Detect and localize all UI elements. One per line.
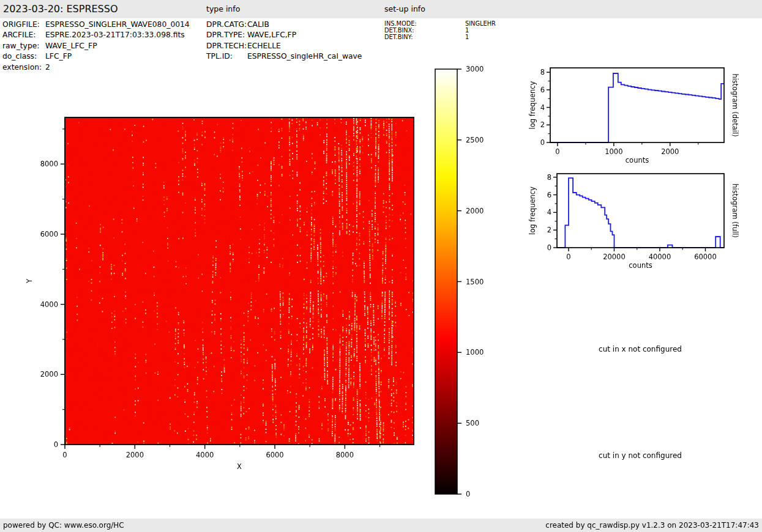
type-info-heading: type info xyxy=(206,0,240,18)
footer-credit-left: powered by QC: www.eso.org/HC xyxy=(3,519,124,532)
svg-text:1000: 1000 xyxy=(605,147,622,156)
insmode-label: INS.MODE: xyxy=(384,20,465,27)
svg-text:histogram (detail): histogram (detail) xyxy=(731,73,739,136)
svg-text:2: 2 xyxy=(547,226,551,234)
svg-text:6000: 6000 xyxy=(40,230,58,238)
tplid-value: ESPRESSO_singleHR_cal_wave xyxy=(247,52,362,61)
footer-credit-right: created by qc_rawdisp.py v1.2.3 on 2023-… xyxy=(545,519,759,532)
insmode-value: SINGLEHR xyxy=(465,20,496,27)
svg-text:6: 6 xyxy=(547,191,551,199)
svg-text:0: 0 xyxy=(547,243,551,252)
extension-label: extension: xyxy=(2,62,45,73)
cut-x-message: cut in x not configured xyxy=(599,345,682,353)
setup-info-row-detbiny: DET.BINY:1 xyxy=(384,34,496,40)
svg-text:0: 0 xyxy=(540,138,545,147)
svg-text:500: 500 xyxy=(466,419,479,427)
svg-text:histogram (full): histogram (full) xyxy=(731,183,739,238)
footer-bar: powered by QC: www.eso.org/HC created by… xyxy=(0,519,762,532)
type-info-row-dprtype: DPR.TYPE:WAVE,LFC,FP xyxy=(206,30,362,40)
doclass-label: do_class: xyxy=(2,51,45,62)
origfile-value: ESPRESSO_SINGLEHR_WAVE080_0014 xyxy=(45,20,190,29)
svg-text:counts: counts xyxy=(626,156,649,164)
svg-text:4000: 4000 xyxy=(40,300,58,309)
page-title: 2023-03-20: ESPRESSO xyxy=(3,0,118,18)
svg-text:2000: 2000 xyxy=(40,370,58,379)
svg-text:4: 4 xyxy=(547,208,551,216)
svg-text:8: 8 xyxy=(547,173,551,182)
svg-text:1500: 1500 xyxy=(466,278,484,286)
dprtech-label: DPR.TECH: xyxy=(206,41,247,51)
dprtech-value: ECHELLE xyxy=(247,42,281,50)
svg-text:log frequency: log frequency xyxy=(528,81,537,129)
svg-text:20000: 20000 xyxy=(603,253,626,261)
rawtype-label: raw_type: xyxy=(2,41,45,51)
file-info-row-arcfile: ARCFILE:ESPRE.2023-03-21T17:03:33.098.fi… xyxy=(2,30,190,40)
svg-text:0: 0 xyxy=(54,440,58,449)
svg-text:60000: 60000 xyxy=(694,253,717,261)
raw-detector-image xyxy=(65,117,414,445)
svg-text:log frequency: log frequency xyxy=(528,187,537,235)
svg-text:8000: 8000 xyxy=(40,160,58,168)
file-info-row-rawtype: raw_type:WAVE_LFC_FP xyxy=(2,41,190,51)
svg-text:1000: 1000 xyxy=(466,348,484,357)
tplid-label: TPL.ID: xyxy=(206,51,247,62)
dprtype-value: WAVE,LFC,FP xyxy=(247,31,296,39)
detbiny-value: 1 xyxy=(465,34,469,40)
dprcatg-value: CALIB xyxy=(247,20,269,29)
doclass-value: LFC_FP xyxy=(45,52,72,61)
setup-info-row-detbinx: DET.BINX:1 xyxy=(384,27,496,34)
dprtype-label: DPR.TYPE: xyxy=(206,30,247,40)
detbinx-value: 1 xyxy=(465,27,469,34)
svg-text:2: 2 xyxy=(540,120,545,129)
svg-text:3000: 3000 xyxy=(466,65,484,73)
svg-text:Y: Y xyxy=(25,278,34,284)
origfile-label: ORIGFILE: xyxy=(2,20,45,30)
dprcatg-label: DPR.CATG: xyxy=(206,20,247,30)
colorbar xyxy=(435,69,457,494)
rawtype-value: WAVE_LFC_FP xyxy=(45,42,97,50)
setup-info-heading: set-up info xyxy=(384,0,425,18)
svg-text:2500: 2500 xyxy=(466,136,484,144)
svg-text:6000: 6000 xyxy=(266,451,283,459)
header-bar: 2023-03-20: ESPRESSO type info set-up in… xyxy=(0,0,762,18)
type-info-block: DPR.CATG:CALIB DPR.TYPE:WAVE,LFC,FP DPR.… xyxy=(206,20,362,62)
detbiny-label: DET.BINY: xyxy=(384,34,465,40)
svg-text:4: 4 xyxy=(540,103,545,112)
setup-info-block: INS.MODE:SINGLEHR DET.BINX:1 DET.BINY:1 xyxy=(384,20,496,40)
file-info-block: ORIGFILE:ESPRESSO_SINGLEHR_WAVE080_0014 … xyxy=(2,20,190,73)
svg-text:0: 0 xyxy=(62,451,67,459)
svg-text:2000: 2000 xyxy=(126,451,144,459)
svg-text:0: 0 xyxy=(555,147,559,156)
cut-y-message: cut in y not configured xyxy=(599,451,682,460)
svg-text:0: 0 xyxy=(566,253,570,261)
svg-text:counts: counts xyxy=(629,261,652,270)
svg-text:X: X xyxy=(237,462,242,471)
setup-info-row-insmode: INS.MODE:SINGLEHR xyxy=(384,20,496,27)
svg-text:40000: 40000 xyxy=(649,253,671,261)
extension-value: 2 xyxy=(45,63,50,72)
svg-text:4000: 4000 xyxy=(196,451,214,459)
file-info-row-origfile: ORIGFILE:ESPRESSO_SINGLEHR_WAVE080_0014 xyxy=(2,20,190,30)
file-info-row-doclass: do_class:LFC_FP xyxy=(2,51,190,62)
type-info-row-tplid: TPL.ID:ESPRESSO_singleHR_cal_wave xyxy=(206,51,362,62)
svg-text:6: 6 xyxy=(540,86,545,94)
type-info-row-dprcatg: DPR.CATG:CALIB xyxy=(206,20,362,30)
arcfile-label: ARCFILE: xyxy=(2,30,45,40)
svg-text:0: 0 xyxy=(466,490,470,498)
type-info-row-dprtech: DPR.TECH:ECHELLE xyxy=(206,41,362,51)
svg-text:8: 8 xyxy=(540,68,545,76)
arcfile-value: ESPRE.2023-03-21T17:03:33.098.fits xyxy=(45,31,185,39)
file-info-row-extension: extension:2 xyxy=(2,62,190,73)
qc-rawdisp-page: { "header": { "title": "2023-03-20: ESPR… xyxy=(0,0,762,532)
svg-text:2000: 2000 xyxy=(661,147,679,156)
detbinx-label: DET.BINX: xyxy=(384,27,465,34)
svg-text:2000: 2000 xyxy=(466,207,484,215)
svg-text:8000: 8000 xyxy=(336,451,354,459)
